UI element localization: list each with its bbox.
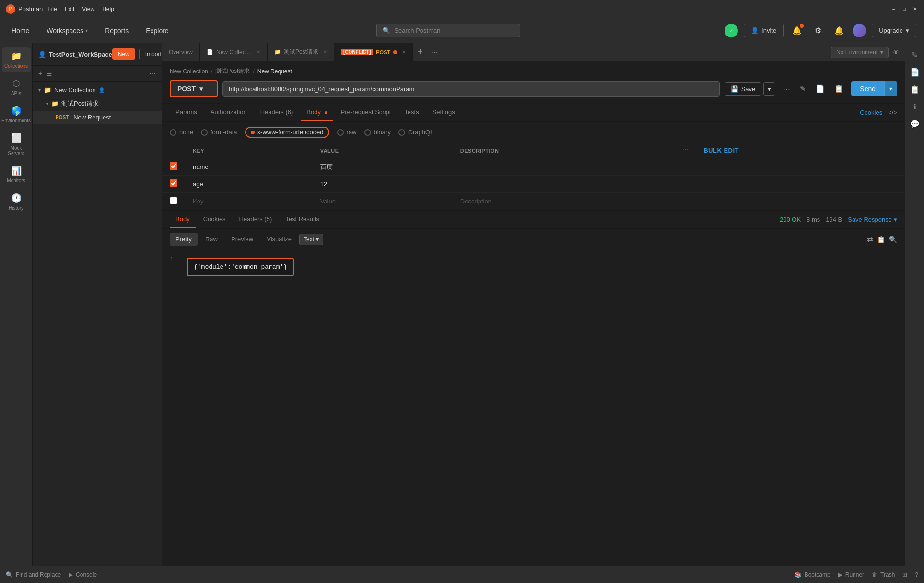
nav-reports[interactable]: Reports [101,25,132,36]
runner-button[interactable]: ▶ Runner [838,571,864,578]
sidebar-item-environments[interactable]: 🌎 Environments [2,102,31,127]
tab-close-2-icon[interactable]: ✕ [323,49,327,55]
add-tab-button[interactable]: + [413,47,428,57]
help-icon[interactable]: ? [915,571,918,578]
row-2-desc[interactable] [453,176,675,193]
menu-file[interactable]: File [47,6,57,12]
bootcamp-button[interactable]: 📚 Bootcamp [795,571,830,578]
row-placeholder-key[interactable]: Key [185,193,313,210]
wrap-icon[interactable]: ⇄ [867,235,873,244]
code-button[interactable]: </> [888,109,897,116]
req-tab-headers[interactable]: Headers (6) [255,104,299,121]
row-2-key[interactable]: age [185,176,313,193]
filter-icon[interactable]: ☰ [46,70,52,77]
right-info-icon[interactable]: ℹ [907,99,923,114]
sidebar-item-history[interactable]: 🕐 History [2,189,31,214]
menu-help[interactable]: Help [102,6,114,12]
radio-none[interactable]: none [170,129,193,136]
row-1-checkbox[interactable] [170,162,177,170]
menu-view[interactable]: View [82,6,94,12]
row-1-key[interactable]: name [185,158,313,176]
request-new-request[interactable]: POST New Request [33,111,162,124]
add-collection-icon[interactable]: + [38,70,42,77]
row-2-checkbox[interactable] [170,179,177,187]
resp-tab-body[interactable]: Body [170,211,196,228]
sidebar-item-collections[interactable]: 📁 Collections [2,47,31,72]
fmt-tab-preview[interactable]: Preview [225,233,259,246]
close-button[interactable]: ✕ [912,6,918,12]
resp-tab-test-results[interactable]: Test Results [280,211,325,228]
row-1-desc[interactable] [453,158,675,176]
settings-icon[interactable]: ⚙ [810,23,826,38]
tab-close-icon[interactable]: ✕ [257,49,260,55]
req-tab-tests[interactable]: Tests [398,104,424,121]
save-button[interactable]: 💾 Save [725,82,762,96]
doc-icon-button[interactable]: 📄 [813,83,828,95]
tab-conflict[interactable]: [CONFLICT] POST ✕ [334,43,413,61]
more-options-button[interactable]: ⋯ [780,83,793,95]
cookies-button[interactable]: Cookies [860,109,882,116]
copy-response-icon[interactable]: 📋 [877,236,885,243]
row-2-value[interactable]: 12 [313,176,453,193]
req-tab-body[interactable]: Body [301,104,333,121]
req-tab-pre-request[interactable]: Pre-request Script [335,104,397,121]
bell-icon[interactable]: 🔔 [831,23,847,38]
new-button[interactable]: New [112,48,135,60]
edit-icon-button[interactable]: ✎ [797,83,809,95]
fmt-tab-raw[interactable]: Raw [199,233,223,246]
row-placeholder-desc[interactable]: Description [453,193,675,210]
trash-button[interactable]: 🗑 Trash [872,571,895,578]
radio-binary[interactable]: binary [364,129,391,136]
req-tab-params[interactable]: Params [170,104,203,121]
radio-form-data[interactable]: form-data [201,129,237,136]
grid-icon[interactable]: ⊞ [902,571,907,578]
tab-test-post[interactable]: 📁 测试Post请求 ✕ [268,43,334,61]
radio-graphql[interactable]: GraphQL [398,129,433,136]
more-options-icon[interactable]: ⋯ [149,70,156,77]
send-dropdown-button[interactable]: ▾ [884,81,897,96]
right-copy-icon[interactable]: 📋 [907,82,923,97]
eye-icon[interactable]: 👁 [892,48,899,56]
notifications-icon[interactable]: 🔔 [789,23,805,38]
bulk-edit-button[interactable]: Bulk Edit [703,147,739,154]
req-tab-authorization[interactable]: Authorization [205,104,253,121]
copy-icon-button[interactable]: 📋 [831,83,846,95]
radio-xwww[interactable]: x-www-form-urlencoded [245,127,329,138]
radio-raw[interactable]: raw [337,129,357,136]
menu-edit[interactable]: Edit [65,6,75,12]
right-edit-icon[interactable]: ✎ [907,47,923,62]
upgrade-button[interactable]: Upgrade ▾ [872,24,916,37]
row-1-value[interactable]: 百度 [313,158,453,176]
text-format-selector[interactable]: Text ▾ [299,234,323,245]
tab-new-collection[interactable]: 📄 New Collect... ✕ [200,43,268,61]
tab-overview[interactable]: Overview [162,43,200,61]
url-input[interactable] [222,81,720,97]
table-more-icon[interactable]: ⋯ [683,147,689,153]
fmt-tab-pretty[interactable]: Pretty [170,233,198,246]
collection-new-collection[interactable]: ▾ 📁 New Collection 👤 [33,83,162,96]
more-tabs-icon[interactable]: ⋯ [428,48,442,56]
tab-close-3-icon[interactable]: ✕ [402,49,406,55]
nav-home[interactable]: Home [8,25,33,36]
method-select[interactable]: POST ▾ [170,80,218,97]
search-bar[interactable]: 🔍 Search Postman [376,24,520,37]
sidebar-item-monitors[interactable]: 📊 Monitors [2,162,31,187]
invite-button[interactable]: 👤 Invite [744,24,784,37]
console-button[interactable]: ▶ Console [69,571,97,578]
nav-explore[interactable]: Explore [142,25,172,36]
nav-workspaces[interactable]: Workspaces ▾ [43,25,92,36]
find-replace-button[interactable]: 🔍 Find and Replace [6,571,61,578]
row-placeholder-value[interactable]: Value [313,193,453,210]
save-response-button[interactable]: Save Response ▾ [848,216,897,223]
sidebar-item-mock-servers[interactable]: ⬜ Mock Servers [2,129,31,160]
folder-test-post[interactable]: ▾ 📁 测试Post请求 [33,96,162,111]
fmt-tab-visualize[interactable]: Visualize [261,233,297,246]
save-dropdown-button[interactable]: ▾ [763,82,775,96]
search-response-icon[interactable]: 🔍 [889,236,897,243]
env-dropdown[interactable]: No Environment ▾ [831,47,889,58]
right-doc-icon[interactable]: 📄 [907,64,923,80]
avatar[interactable] [853,24,866,37]
maximize-button[interactable]: □ [901,6,908,12]
right-comment-icon[interactable]: 💬 [907,116,923,131]
sync-status-icon[interactable]: ✓ [725,24,738,37]
